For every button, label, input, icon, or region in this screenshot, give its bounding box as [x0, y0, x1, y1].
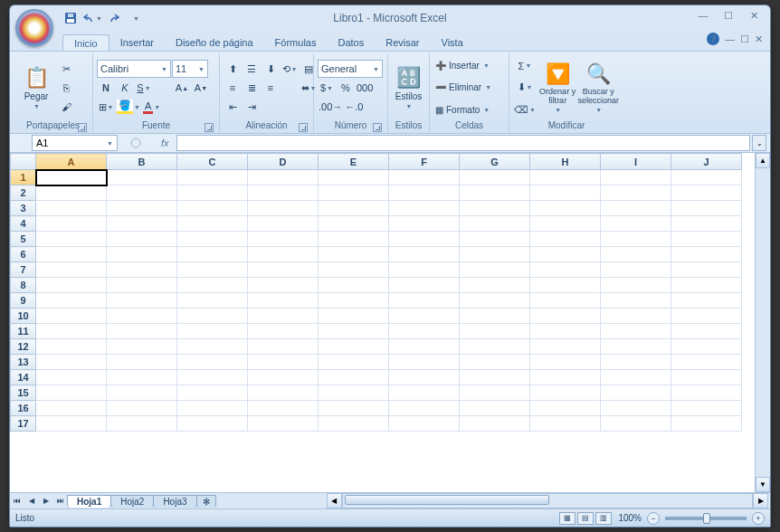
row-header-13[interactable]: 13	[11, 355, 36, 370]
cell-F1[interactable]	[389, 170, 460, 185]
cell-J1[interactable]	[671, 170, 742, 185]
zoom-level[interactable]: 100%	[618, 513, 642, 523]
cell-B15[interactable]	[107, 385, 177, 401]
col-header-D[interactable]: D	[248, 154, 319, 170]
cell-C6[interactable]	[177, 247, 248, 262]
cell-I12[interactable]	[601, 339, 671, 355]
align-bottom[interactable]: ⬇	[262, 60, 280, 78]
cell-F3[interactable]	[389, 201, 460, 216]
cell-A13[interactable]	[36, 355, 107, 370]
cell-I4[interactable]	[601, 216, 671, 232]
col-header-J[interactable]: J	[671, 154, 742, 170]
cell-D8[interactable]	[248, 278, 319, 293]
cell-B5[interactable]	[107, 232, 177, 247]
row-header-17[interactable]: 17	[11, 416, 36, 432]
cell-G13[interactable]	[460, 355, 530, 370]
cell-A10[interactable]	[36, 309, 107, 324]
cell-A16[interactable]	[36, 401, 107, 416]
cell-E8[interactable]	[319, 278, 389, 293]
cell-C7[interactable]	[177, 262, 248, 278]
cell-B11[interactable]	[107, 324, 177, 339]
cell-G16[interactable]	[460, 401, 530, 416]
cell-E12[interactable]	[319, 339, 389, 355]
increase-decimal[interactable]: .00→	[318, 98, 343, 116]
cell-E6[interactable]	[319, 247, 389, 262]
tab-revisar[interactable]: Revisar	[375, 34, 430, 51]
cell-E2[interactable]	[319, 185, 389, 201]
save-button[interactable]	[61, 8, 81, 28]
cell-D3[interactable]	[248, 201, 319, 216]
currency-button[interactable]: $▼	[318, 79, 336, 97]
cell-H14[interactable]	[530, 370, 601, 385]
cell-J12[interactable]	[671, 339, 742, 355]
zoom-out[interactable]: −	[647, 512, 660, 525]
cell-F7[interactable]	[389, 262, 460, 278]
row-header-5[interactable]: 5	[11, 232, 36, 247]
cell-I14[interactable]	[601, 370, 671, 385]
cell-I1[interactable]	[601, 170, 671, 185]
align-center[interactable]: ≣	[243, 79, 261, 97]
cell-B8[interactable]	[107, 278, 177, 293]
office-button[interactable]	[15, 9, 53, 47]
cell-E15[interactable]	[319, 385, 389, 401]
cell-G4[interactable]	[460, 216, 530, 232]
cell-F4[interactable]	[389, 216, 460, 232]
cell-D10[interactable]	[248, 309, 319, 324]
cell-F2[interactable]	[389, 185, 460, 201]
sheet-tab-hoja2[interactable]: Hoja2	[110, 495, 154, 508]
cell-H9[interactable]	[530, 293, 601, 309]
cell-J16[interactable]	[671, 401, 742, 416]
sort-filter-button[interactable]: 🔽 Ordenar y filtrar▼	[538, 55, 576, 120]
cell-C14[interactable]	[177, 370, 248, 385]
cell-J9[interactable]	[671, 293, 742, 309]
cell-G2[interactable]	[460, 185, 530, 201]
cell-A3[interactable]	[36, 201, 107, 216]
tab-datos[interactable]: Datos	[327, 34, 375, 51]
cell-A14[interactable]	[36, 370, 107, 385]
cell-D13[interactable]	[248, 355, 319, 370]
cell-F14[interactable]	[389, 370, 460, 385]
grid[interactable]: ABCDEFGHIJ1234567891011121314151617	[10, 153, 755, 492]
scroll-up[interactable]: ▲	[756, 153, 770, 168]
cell-G6[interactable]	[460, 247, 530, 262]
cell-H3[interactable]	[530, 201, 601, 216]
align-top[interactable]: ⬆	[224, 60, 242, 78]
cell-D9[interactable]	[248, 293, 319, 309]
tab-insertar[interactable]: Insertar	[109, 34, 165, 51]
sheet-tab-hoja1[interactable]: Hoja1	[67, 495, 111, 508]
cell-H2[interactable]	[530, 185, 601, 201]
scroll-left[interactable]: ◀	[327, 493, 342, 508]
row-header-14[interactable]: 14	[11, 370, 36, 385]
cell-I10[interactable]	[601, 309, 671, 324]
cell-F12[interactable]	[389, 339, 460, 355]
cell-E17[interactable]	[319, 416, 389, 432]
cell-B17[interactable]	[107, 416, 177, 432]
cell-H8[interactable]	[530, 278, 601, 293]
cell-H15[interactable]	[530, 385, 601, 401]
cell-A11[interactable]	[36, 324, 107, 339]
cell-F13[interactable]	[389, 355, 460, 370]
cell-J7[interactable]	[671, 262, 742, 278]
cell-I8[interactable]	[601, 278, 671, 293]
cell-F16[interactable]	[389, 401, 460, 416]
cell-I11[interactable]	[601, 324, 671, 339]
scroll-right[interactable]: ▶	[753, 493, 768, 508]
cell-H12[interactable]	[530, 339, 601, 355]
cell-J14[interactable]	[671, 370, 742, 385]
col-header-A[interactable]: A	[36, 154, 107, 170]
cell-G9[interactable]	[460, 293, 530, 309]
cell-I7[interactable]	[601, 262, 671, 278]
align-left[interactable]: ≡	[224, 79, 242, 97]
cell-B14[interactable]	[107, 370, 177, 385]
cell-B4[interactable]	[107, 216, 177, 232]
align-dialog[interactable]	[299, 123, 308, 132]
percent-button[interactable]: %	[337, 79, 355, 97]
cell-H16[interactable]	[530, 401, 601, 416]
cell-E11[interactable]	[319, 324, 389, 339]
borders-button[interactable]: ⊞▼	[97, 98, 115, 116]
cell-E9[interactable]	[319, 293, 389, 309]
col-header-C[interactable]: C	[177, 154, 248, 170]
mdi-minimize[interactable]: —	[725, 33, 735, 44]
normal-view[interactable]: ▦	[559, 512, 575, 525]
cell-H1[interactable]	[530, 170, 601, 185]
